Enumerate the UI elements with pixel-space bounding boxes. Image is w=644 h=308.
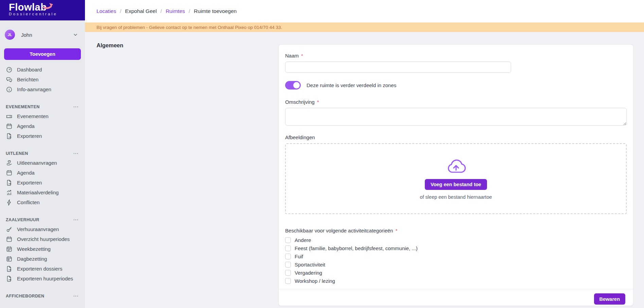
zones-toggle-label: Deze ruimte is verder verdeeld in zones [307, 82, 396, 88]
section-menu-button[interactable] [73, 104, 79, 110]
sidebar-item-exporteren[interactable]: Exporteren [0, 178, 85, 188]
calendar-day-icon [6, 256, 13, 262]
topbar: Locaties/Expohal Geel/Ruimtes/Ruimte toe… [85, 0, 644, 22]
calendar-icon [6, 236, 13, 243]
category-option-vergadering[interactable]: Vergadering [285, 269, 627, 277]
zones-toggle-knob [293, 82, 300, 88]
user-menu[interactable]: JL John [5, 27, 80, 42]
checkbox[interactable] [285, 237, 291, 243]
checkbox[interactable] [285, 245, 291, 251]
checkbox[interactable] [285, 254, 291, 259]
sidebar-section-title: EVENEMENTEN [6, 104, 40, 109]
category-option-workshop-lezing[interactable]: Workshop / lezing [285, 277, 627, 285]
checkbox-label: Sportactiviteit [295, 262, 325, 268]
app-logo-subtitle: Dossiercentrale [9, 12, 85, 16]
section-menu-button[interactable] [73, 217, 79, 223]
add-file-button[interactable]: Voeg een bestand toe [425, 179, 487, 190]
breadcrumb-ruimtes[interactable]: Ruimtes [166, 8, 185, 14]
zones-toggle[interactable] [285, 81, 301, 90]
sidebar-item-label: Overzicht huurperiodes [17, 236, 70, 242]
export-icon [6, 265, 13, 272]
file-dropzone[interactable]: Voeg een bestand toe of sleep een bestan… [285, 143, 627, 214]
notice-banner-text: Bij vragen of problemen - Gelieve contac… [97, 25, 282, 30]
sidebar-item-label: Dashboard [17, 67, 42, 72]
chart-icon [6, 189, 13, 196]
sidebar-item-label: Dagbezetting [17, 256, 47, 262]
checkbox-label: Workshop / lezing [295, 278, 335, 284]
sidebar-item-dagbezetting[interactable]: Dagbezetting [0, 254, 85, 264]
export-icon [6, 133, 13, 140]
form-card: Naam* Deze ruimte is verder verdeeld in … [278, 44, 633, 306]
app-logo[interactable]: Flowlab Dossiercentrale [0, 0, 85, 20]
sidebar-item-uitleenaanvragen[interactable]: Uitleenaanvragen [0, 158, 85, 168]
section-menu-button[interactable] [73, 293, 79, 299]
sidebar-section-title: UITLENEN [6, 151, 28, 156]
sidebar-item-agenda[interactable]: Agenda [0, 168, 85, 178]
sidebar-item-label: Conflicten [17, 199, 40, 205]
breadcrumb-separator: / [160, 8, 162, 14]
breadcrumb-locaties[interactable]: Locaties [97, 8, 116, 14]
main-content: Algemeen Naam* Deze ruimte is verder ver… [85, 32, 644, 308]
sidebar-section-zaalverhuur: ZAALVERHUUR [0, 215, 85, 224]
sidebar-item-exporteren[interactable]: Exporteren [0, 131, 85, 141]
ticket-icon [6, 113, 13, 120]
sidebar-section-uitlenen: UITLENEN [0, 149, 85, 158]
sidebar-item-exporteren-dossiers[interactable]: Exporteren dossiers [0, 264, 85, 274]
sidebar-item-berichten[interactable]: Berichten [0, 75, 85, 84]
cloud-upload-icon [445, 158, 467, 175]
category-option-andere[interactable]: Andere [285, 236, 627, 244]
breadcrumb: Locaties/Expohal Geel/Ruimtes/Ruimte toe… [97, 8, 237, 14]
checkbox[interactable] [285, 262, 291, 268]
checkbox[interactable] [285, 270, 291, 276]
info-icon [6, 86, 13, 93]
toevoegen-button[interactable]: Toevoegen [4, 48, 81, 60]
sidebar-item-label: Exporteren [17, 180, 42, 185]
dashboard-icon [6, 66, 13, 73]
category-option-feest-familie-babyborrel-bedrijfsfeest-communie[interactable]: Feest (familie, babyborrel, bedrijfsfees… [285, 244, 627, 252]
sidebar-item-label: Berichten [17, 77, 38, 82]
sidebar-item-label: Evenementen [17, 113, 49, 119]
sidebar-item-conflicten[interactable]: Conflicten [0, 197, 85, 207]
category-option-fuif[interactable]: Fuif [285, 252, 627, 260]
sidebar-item-label: Info-aanvragen [17, 86, 51, 92]
checkbox-label: Vergadering [295, 270, 322, 276]
avatar-initials: JL [8, 33, 12, 37]
category-option-sportactiviteit[interactable]: Sportactiviteit [285, 260, 627, 269]
sidebar-item-overzicht-huurperiodes[interactable]: Overzicht huurperiodes [0, 234, 85, 244]
avatar: JL [5, 30, 15, 40]
sidebar-item-evenementen[interactable]: Evenementen [0, 111, 85, 121]
sidebar-item-exporteren-huurperiodes[interactable]: Exporteren huurperiodes [0, 274, 85, 283]
section-menu-button[interactable] [73, 150, 79, 157]
calendar-week-icon [6, 246, 13, 253]
drop-hint-text: of sleep een bestand hiernaartoe [420, 194, 492, 200]
messages-icon [6, 76, 13, 83]
save-button[interactable]: Bewaren [594, 293, 625, 305]
checkbox[interactable] [285, 278, 291, 284]
sidebar-item-agenda[interactable]: Agenda [0, 121, 85, 131]
card-footer: Bewaren [279, 289, 633, 305]
sidebar-item-label: Verhuuraanvragen [17, 226, 59, 232]
sidebar-item-label: Agenda [17, 170, 35, 176]
breadcrumb-ruimte-toevoegen: Ruimte toevoegen [194, 8, 237, 14]
ellipsis-icon [73, 293, 79, 299]
breadcrumb-separator: / [120, 8, 121, 14]
sidebar-section-title: ZAALVERHUUR [6, 217, 39, 222]
sidebar-item-label: Uitleenaanvragen [17, 160, 57, 166]
ellipsis-icon [73, 217, 79, 223]
sidebar-item-materiaalverdeling[interactable]: Materiaalverdeling [0, 188, 85, 197]
sidebar-item-label: Materiaalverdeling [17, 190, 59, 195]
naam-input[interactable] [285, 62, 511, 73]
omschrijving-textarea[interactable] [285, 108, 627, 126]
categories-label: Beschikbaar voor volgende activiteitcate… [285, 228, 627, 234]
category-checkbox-list: AndereFeest (familie, babyborrel, bedrij… [285, 236, 627, 285]
sidebar-item-weekbezetting[interactable]: Weekbezetting [0, 244, 85, 254]
sidebar-section-afficheborden: AFFICHEBORDEN [0, 292, 85, 301]
chevron-down-icon [73, 32, 78, 37]
key-icon [6, 226, 13, 233]
sidebar: Flowlab Dossiercentrale JL John Toevoege… [0, 0, 85, 308]
sidebar-nav: DashboardBerichtenInfo-aanvragenEVENEMEN… [0, 65, 85, 301]
sidebar-item-verhuuraanvragen[interactable]: Verhuuraanvragen [0, 224, 85, 234]
sidebar-item-info-aanvragen[interactable]: Info-aanvragen [0, 84, 85, 94]
sidebar-item-label: Exporteren dossiers [17, 266, 62, 272]
sidebar-item-dashboard[interactable]: Dashboard [0, 65, 85, 75]
